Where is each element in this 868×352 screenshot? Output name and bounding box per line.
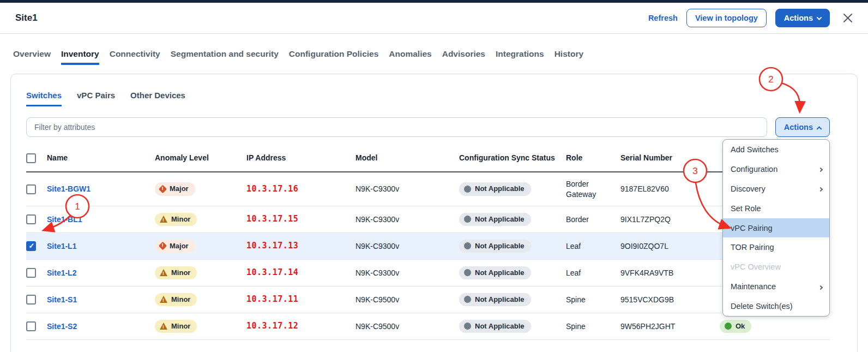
model: N9K-C9500v	[355, 321, 459, 331]
serial-number: 9W56PH2JGHT	[620, 321, 720, 331]
row-checkbox-site1-l1[interactable]	[26, 241, 36, 251]
role: Border	[566, 214, 620, 224]
col-header-name[interactable]: Name	[47, 153, 155, 163]
table-row: Site1-S2 !Minor 10.3.17.12 N9K-C9500v No…	[26, 313, 830, 340]
filter-input[interactable]	[26, 117, 767, 137]
select-all-checkbox[interactable]	[26, 153, 36, 163]
gray-dot-icon	[464, 296, 471, 303]
serial-number: 9187EL82V60	[620, 184, 720, 194]
green-dot-icon	[725, 323, 732, 330]
table-row-selected: Site1-L1 !Major 10.3.17.13 N9K-C9300v No…	[26, 233, 830, 260]
switches-table: Name Anomaly Level IP Address Model Conf…	[26, 145, 830, 340]
ip-address: 10.3.17.16	[246, 184, 298, 194]
subtab-vpc-pairs[interactable]: vPC Pairs	[77, 88, 115, 106]
table-row: Site1-L2 !Minor 10.3.17.14 N9K-C9300v No…	[26, 260, 830, 287]
row-checkbox[interactable]	[26, 214, 36, 224]
menu-item-add-switches[interactable]: Add Switches	[723, 140, 829, 159]
chevron-down-icon	[817, 15, 822, 20]
anomaly-badge: !Major	[155, 182, 195, 196]
major-diamond-icon: !	[159, 242, 167, 250]
ip-address: 10.3.17.14	[246, 267, 298, 277]
subtab-switches[interactable]: Switches	[26, 88, 62, 106]
tab-segmentation-and-security[interactable]: Segmentation and security	[171, 43, 279, 65]
tab-overview[interactable]: Overview	[13, 43, 51, 65]
gray-dot-icon	[464, 269, 471, 276]
chevron-right-icon	[819, 165, 822, 173]
tab-advisories[interactable]: Advisories	[442, 43, 485, 65]
refresh-link[interactable]: Refresh	[648, 14, 678, 22]
menu-item-maintenance[interactable]: Maintenance	[723, 277, 829, 296]
col-header-config-sync-status[interactable]: Configuration Sync Status	[459, 153, 566, 163]
view-in-topology-button[interactable]: View in topology	[686, 9, 767, 27]
table-row: Site1-BGW1 !Major 10.3.17.16 N9K-C9300v …	[26, 172, 830, 206]
header-actions-button[interactable]: Actions	[775, 9, 830, 27]
ip-address: 10.3.17.12	[246, 321, 298, 331]
tab-configuration-policies[interactable]: Configuration Policies	[289, 43, 378, 65]
tab-history[interactable]: History	[554, 43, 583, 65]
sync-status-badge: Not Applicable	[459, 182, 531, 196]
tab-inventory[interactable]: Inventory	[61, 43, 99, 65]
status-badge-ok: Ok	[720, 320, 751, 333]
menu-item-set-role[interactable]: Set Role	[723, 199, 829, 218]
row-checkbox[interactable]	[26, 268, 36, 278]
col-header-model[interactable]: Model	[355, 153, 459, 163]
table-row: Site1-BL1 !Minor 10.3.17.15 N9K-C9300v N…	[26, 206, 830, 233]
header-actions-label: Actions	[784, 14, 813, 22]
site-detail-panel: Site1 Refresh View in topology Actions O…	[0, 0, 868, 352]
switch-name-link[interactable]: Site1-BL1	[47, 215, 82, 224]
role: Spine	[566, 321, 620, 331]
menu-item-vpc-overview: vPC Overview	[723, 257, 829, 277]
switch-name-link[interactable]: Site1-S1	[47, 295, 77, 304]
sync-status-badge: Not Applicable	[459, 320, 531, 333]
major-diamond-icon: !	[159, 185, 167, 194]
tab-connectivity[interactable]: Connectivity	[110, 43, 160, 65]
row-checkbox[interactable]	[26, 321, 36, 331]
switch-name-link[interactable]: Site1-BGW1	[47, 184, 91, 193]
switch-name-link[interactable]: Site1-S2	[47, 322, 77, 331]
switch-name-link[interactable]: Site1-L1	[47, 242, 76, 250]
menu-item-vpc-pairing[interactable]: vPC Pairing	[723, 218, 829, 238]
table-actions-label: Actions	[784, 123, 813, 132]
gray-dot-icon	[464, 186, 471, 193]
view-in-topology-label: View in topology	[695, 14, 758, 22]
panel-header: Site1 Refresh View in topology Actions	[0, 3, 868, 34]
menu-item-discovery[interactable]: Discovery	[723, 179, 829, 199]
model: N9K-C9300v	[355, 241, 459, 251]
gray-dot-icon	[464, 216, 471, 223]
col-header-anomaly-level[interactable]: Anomaly Level	[155, 153, 246, 163]
sync-status-badge: Not Applicable	[459, 293, 531, 307]
col-header-role[interactable]: Role	[566, 153, 620, 163]
chevron-right-icon	[819, 184, 822, 193]
minor-triangle-icon: !	[160, 296, 167, 303]
menu-item-tor-pairing[interactable]: TOR Pairing	[723, 237, 829, 257]
gray-dot-icon	[464, 323, 471, 330]
minor-triangle-icon: !	[160, 216, 167, 223]
actions-dropdown-menu: Add Switches Configuration Discovery Set…	[722, 139, 830, 317]
subtab-other-devices[interactable]: Other Devices	[130, 88, 185, 106]
main-tab-bar: Overview Inventory Connectivity Segmenta…	[0, 34, 868, 74]
anomaly-badge: !Minor	[155, 293, 197, 307]
menu-item-configuration[interactable]: Configuration	[723, 159, 829, 179]
menu-item-delete-switches[interactable]: Delete Switch(es)	[723, 296, 829, 316]
model: N9K-C9300v	[355, 268, 459, 278]
tab-anomalies[interactable]: Anomalies	[389, 43, 431, 65]
ip-address: 10.3.17.15	[246, 214, 298, 224]
role: Spine	[566, 295, 620, 305]
serial-number: 9VFK4RA9VTB	[620, 268, 720, 278]
col-header-serial-number[interactable]: Serial Number	[620, 153, 720, 163]
role: Border Gateway	[566, 179, 620, 199]
anomaly-badge: !Major	[155, 240, 195, 253]
minor-triangle-icon: !	[160, 269, 167, 276]
anomaly-badge: !Minor	[155, 213, 197, 226]
switch-name-link[interactable]: Site1-L2	[47, 269, 76, 277]
model: N9K-C9300v	[355, 214, 459, 224]
close-icon[interactable]	[842, 12, 854, 24]
row-checkbox[interactable]	[26, 184, 36, 194]
serial-number: 9OI9I0ZQO7L	[620, 241, 720, 251]
page-title: Site1	[15, 13, 38, 23]
row-checkbox[interactable]	[26, 295, 36, 305]
anomaly-badge: !Minor	[155, 320, 197, 333]
col-header-ip-address[interactable]: IP Address	[246, 153, 355, 163]
tab-integrations[interactable]: Integrations	[496, 43, 544, 65]
table-actions-button[interactable]: Actions	[775, 117, 830, 137]
